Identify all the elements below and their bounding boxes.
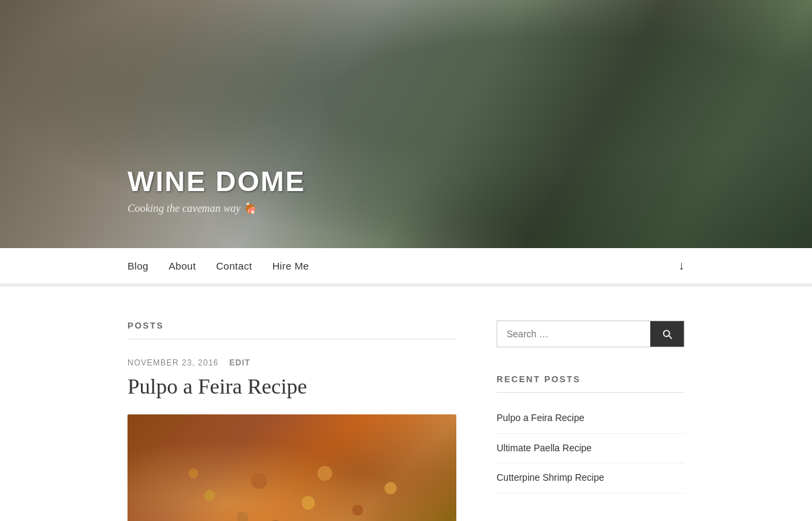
hero-background <box>0 0 812 248</box>
nav-item-hireme[interactable]: Hire Me <box>272 248 309 284</box>
hero-text: WINE DOME Cooking the caveman way 🍖 <box>128 166 305 215</box>
main-container: POSTS NOVEMBER 23, 2016 EDIT Pulpo a Fei… <box>0 287 812 521</box>
search-icon <box>661 328 673 340</box>
post-edit-link[interactable]: EDIT <box>230 358 250 367</box>
sidebar: RECENT POSTS Pulpo a Feira Recipe Ultima… <box>497 321 684 521</box>
main-nav: Blog About Contact Hire Me ↓ <box>0 248 812 284</box>
nav-item-contact[interactable]: Contact <box>216 248 252 284</box>
search-widget <box>497 321 684 347</box>
search-input[interactable] <box>497 321 650 347</box>
list-item: Cutterpine Shrimp Recipe <box>497 463 684 494</box>
recent-posts-heading: RECENT POSTS <box>497 374 684 393</box>
search-button[interactable] <box>650 321 684 347</box>
post-date: NOVEMBER 23, 2016 <box>128 358 219 367</box>
recent-post-link-3[interactable]: Cutterpine Shrimp Recipe <box>497 472 604 483</box>
post-featured-image <box>128 414 456 521</box>
posts-column: POSTS NOVEMBER 23, 2016 EDIT Pulpo a Fei… <box>128 321 456 521</box>
nav-item-blog[interactable]: Blog <box>128 248 148 284</box>
recent-post-link-1[interactable]: Pulpo a Feira Recipe <box>497 412 585 423</box>
posts-heading: POSTS <box>128 321 456 339</box>
post-meta: NOVEMBER 23, 2016 EDIT <box>128 358 456 367</box>
site-subtitle: Cooking the caveman way 🍖 <box>128 202 305 215</box>
post-title[interactable]: Pulpo a Feira Recipe <box>128 373 456 401</box>
hero-section: WINE DOME Cooking the caveman way 🍖 <box>0 0 812 248</box>
recent-post-link-2[interactable]: Ultimate Paella Recipe <box>497 443 592 453</box>
nav-arrow-icon[interactable]: ↓ <box>678 259 684 273</box>
site-title: WINE DOME <box>128 166 305 198</box>
list-item: Pulpo a Feira Recipe <box>497 404 684 434</box>
list-item: Ultimate Paella Recipe <box>497 434 684 464</box>
nav-item-about[interactable]: About <box>168 248 196 284</box>
